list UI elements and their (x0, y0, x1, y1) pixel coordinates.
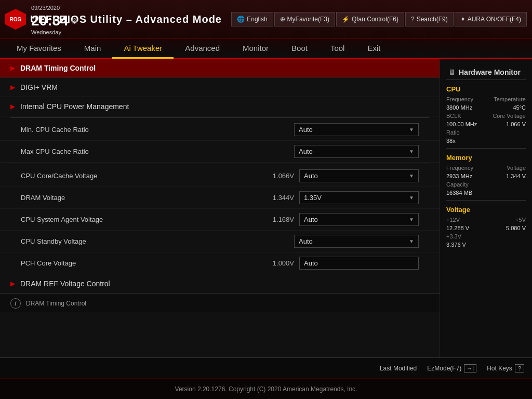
pch-core-voltage-dropdown[interactable]: Auto (299, 257, 419, 270)
min-cpu-cache-row: Min. CPU Cache Ratio Auto ▼ (0, 119, 440, 141)
hw-bclk-value: 100.00 MHz (446, 121, 477, 127)
dram-ref-section[interactable]: ▶ DRAM REF Voltage Control (0, 274, 440, 294)
hw-cpu-freq-val-row: 3800 MHz 45°C (446, 104, 526, 111)
arrow-icon: ▶ (10, 103, 15, 110)
pch-core-voltage-value: Auto (304, 259, 318, 267)
ez-mode-btn[interactable]: EzMode(F7) →| (427, 364, 476, 373)
myfav-icon: ⊕ (280, 16, 285, 23)
cpu-core-voltage-dropdown[interactable]: Auto ▼ (299, 169, 419, 182)
dram-voltage-value: 1.35V (304, 194, 322, 202)
arrow-icon: ▶ (10, 64, 15, 72)
pch-core-voltage-row: PCH Core Voltage 1.000V Auto (0, 252, 440, 274)
hw-memory-section-title: Memory (446, 154, 526, 162)
search-label: Search(F9) (417, 16, 448, 23)
hw-mem-freq-label: Frequency (446, 165, 473, 171)
monitor-icon: 🖥 (448, 68, 456, 76)
aura-icon: ✦ (460, 16, 466, 23)
search-icon: ? (411, 16, 415, 23)
internal-cpu-section[interactable]: ▶ Internal CPU Power Management (0, 97, 440, 116)
cpu-system-agent-dropdown[interactable]: Auto ▼ (299, 213, 419, 226)
arrow-icon: ▶ (10, 280, 15, 287)
header-clock: 20:34 (31, 12, 69, 29)
myfavorite-button[interactable]: ⊕ MyFavorite(F3) (274, 12, 335, 26)
last-modified-btn[interactable]: Last Modified (380, 365, 417, 372)
internal-cpu-label: Internal CPU Power Management (20, 102, 129, 111)
dram-voltage-current: 1.344V (265, 194, 294, 202)
info-bar: i DRAM Timing Control (0, 294, 440, 312)
hw-mem-freq-val-row: 2933 MHz 1.344 V (446, 173, 526, 179)
globe-icon: 🌐 (237, 16, 245, 23)
search-button[interactable]: ? Search(F9) (405, 12, 454, 26)
hw-temp-value: 45°C (513, 104, 526, 111)
pch-core-voltage-label: PCH Core Voltage (21, 259, 265, 267)
tab-tool[interactable]: Tool (319, 39, 356, 59)
dram-voltage-dropdown[interactable]: 1.35V ▼ (299, 191, 419, 204)
hw-core-voltage-label: Core Voltage (493, 113, 526, 119)
qfan-button[interactable]: ⚡ Qfan Control(F6) (336, 12, 404, 26)
dram-timing-label: DRAM Timing Control (20, 64, 96, 72)
hw-temp-label: Temperature (494, 96, 526, 102)
dropdown-arrow-icon: ▼ (409, 173, 414, 179)
hw-mem-freq-row: Frequency Voltage (446, 165, 526, 171)
cpu-standby-voltage-dropdown[interactable]: Auto ▼ (294, 235, 419, 248)
header-buttons: 🌐 English ⊕ MyFavorite(F3) ⚡ Qfan Contro… (231, 12, 527, 26)
ez-mode-label: EzMode(F7) (427, 365, 461, 372)
cpu-standby-voltage-value: Auto (299, 237, 313, 245)
question-icon: ? (515, 364, 524, 373)
hw-mem-capacity-value: 16384 MB (446, 190, 472, 196)
aura-button[interactable]: ✦ AURA ON/OFF(F4) (455, 12, 527, 26)
header-time: 09/23/2020 20:34 ⚙ Wednesday (31, 3, 78, 35)
content-area: ▶ DRAM Timing Control ▶ DIGI+ VRM ▶ Inte… (0, 59, 440, 357)
tab-exit[interactable]: Exit (356, 39, 392, 59)
tab-main[interactable]: Main (73, 39, 113, 59)
hw-mem-capacity-val-row: 16384 MB (446, 190, 526, 196)
english-button[interactable]: 🌐 English (231, 12, 273, 26)
hw-ratio-label: Ratio (446, 129, 460, 136)
cpu-system-agent-label: CPU System Agent Voltage (21, 216, 265, 223)
tab-boot[interactable]: Boot (280, 39, 319, 59)
digi-vrm-label: DIGI+ VRM (20, 83, 58, 91)
hw-freq-label: Frequency (446, 96, 473, 102)
divider-2 (10, 164, 429, 164)
hw-cpu-freq-row: Frequency Temperature (446, 96, 526, 102)
hw-divider-1 (446, 148, 526, 149)
hw-cpu-ratio-val-row: 38x (446, 138, 526, 144)
arrow-icon: ▶ (10, 84, 15, 91)
hot-keys-btn[interactable]: Hot Keys ? (487, 364, 524, 373)
digi-vrm-section[interactable]: ▶ DIGI+ VRM (0, 78, 440, 97)
dram-voltage-row: DRAM Voltage 1.344V 1.35V ▼ (0, 187, 440, 209)
hardware-monitor-sidebar: 🖥 Hardware Monitor CPU Frequency Tempera… (440, 59, 532, 357)
min-cpu-cache-dropdown[interactable]: Auto ▼ (294, 123, 419, 136)
dram-timing-section[interactable]: ▶ DRAM Timing Control (0, 59, 440, 78)
max-cpu-cache-dropdown[interactable]: Auto ▼ (294, 145, 419, 158)
cpu-standby-voltage-label: CPU Standby Voltage (21, 237, 294, 245)
hw-cpu-ratio-row: Ratio (446, 129, 526, 136)
dropdown-arrow-icon: ▼ (409, 238, 414, 244)
hw-v5-label: +5V (515, 217, 526, 223)
min-cpu-cache-label: Min. CPU Cache Ratio (21, 126, 294, 134)
dropdown-arrow-icon: ▼ (409, 195, 414, 201)
aura-label: AURA ON/OFF(F4) (468, 16, 521, 23)
dram-voltage-label: DRAM Voltage (21, 194, 265, 202)
cpu-standby-voltage-row: CPU Standby Voltage Auto ▼ (0, 231, 440, 252)
tab-advanced[interactable]: Advanced (174, 39, 231, 59)
cpu-core-voltage-label: CPU Core/Cache Voltage (21, 172, 265, 180)
info-text: DRAM Timing Control (26, 300, 86, 307)
max-cpu-cache-value: Auto (299, 148, 313, 155)
hw-v33-val-row: 3.376 V (446, 242, 526, 248)
hw-v5-value: 5.080 V (506, 225, 526, 231)
pch-core-voltage-current: 1.000V (265, 259, 294, 267)
cpu-core-voltage-value: Auto (304, 172, 318, 180)
footer: Last Modified EzMode(F7) →| Hot Keys ? (0, 357, 532, 378)
hw-v33-label: +3.3V (446, 233, 461, 240)
dropdown-arrow-icon: ▼ (409, 149, 414, 154)
hot-keys-label: Hot Keys (487, 365, 512, 372)
tab-ai-tweaker[interactable]: Ai Tweaker (112, 39, 174, 59)
tab-monitor[interactable]: Monitor (231, 39, 280, 59)
tab-my-favorites[interactable]: My Favorites (5, 39, 73, 59)
version-text: Version 2.20.1276. Copyright (C) 2020 Am… (175, 385, 357, 393)
hw-voltage-section-title: Voltage (446, 206, 526, 214)
hw-v12-value: 12.288 V (446, 225, 469, 231)
divider-1 (10, 117, 429, 118)
hw-core-voltage-value: 1.066 V (506, 121, 526, 127)
